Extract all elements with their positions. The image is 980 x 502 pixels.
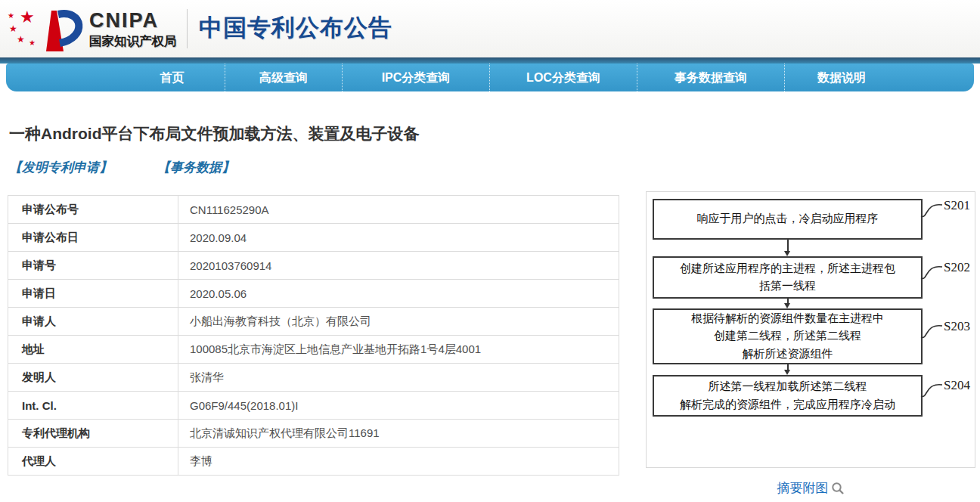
step-connector: [920, 262, 943, 281]
nav-item-advanced-search[interactable]: 高级查询: [225, 64, 343, 91]
logo-text: CNIPA 国家知识产权局: [89, 11, 188, 50]
link-invention-application[interactable]: 【发明专利申请】: [9, 159, 112, 176]
star-icon: ★: [20, 9, 35, 26]
field-label: 代理人: [8, 448, 178, 475]
field-value: 2020.05.06: [178, 280, 619, 307]
page: ★ ★ ★ ★ ★ CNIPA 国家知识产权局 中国专利公布公告 首页 高级查询…: [0, 0, 980, 502]
table-row: 申请号 2020103760914: [8, 252, 619, 280]
field-label: Int. Cl.: [8, 392, 178, 419]
table-row: 申请公布号 CN111625290A: [8, 196, 619, 224]
field-value: 2020.09.04: [178, 224, 619, 251]
field-label: 地址: [8, 336, 178, 363]
flow-arrow: [786, 299, 789, 308]
nav-item-home[interactable]: 首页: [119, 64, 225, 91]
star-icon: ★: [8, 12, 14, 20]
table-row: 申请公布日 2020.09.04: [8, 224, 619, 252]
abstract-figure: 响应于用户的点击，冷启动应用程序 创建所述应用程序的主进程，所述主进程包 括第一…: [646, 191, 975, 468]
logo-stars-icon: ★ ★ ★ ★ ★: [5, 3, 44, 53]
nav-item-ipc-search[interactable]: IPC分类查询: [343, 64, 490, 91]
flow-step-box: 响应于用户的点击，冷启动应用程序: [653, 199, 923, 240]
step-label: S203: [944, 319, 970, 334]
star-icon: ★: [17, 35, 25, 44]
field-value: 李博: [178, 448, 619, 475]
logo-p-icon: [41, 5, 88, 56]
nav-item-data-description[interactable]: 数据说明: [785, 64, 898, 91]
table-row: 申请人 小船出海教育科技（北京）有限公司: [8, 308, 619, 336]
table-row: 发明人 张清华: [8, 364, 619, 392]
field-label: 申请号: [8, 252, 178, 279]
field-label: 申请公布日: [8, 224, 178, 251]
patent-links: 【发明专利申请】 【事务数据】: [9, 159, 234, 176]
nav-top-strip: [0, 57, 980, 64]
step-connector: [920, 380, 943, 399]
magnifier-icon: [831, 482, 845, 495]
table-row: 专利代理机构 北京清诚知识产权代理有限公司11691: [8, 420, 619, 448]
field-value: 张清华: [178, 364, 619, 391]
abstract-figure-label: 摘要附图: [777, 479, 829, 497]
step-connector: [920, 321, 943, 340]
flow-arrow: [786, 240, 789, 256]
flow-arrow: [786, 364, 789, 375]
table-row: 申请日 2020.05.06: [8, 280, 619, 308]
logo-acronym: CNIPA: [89, 11, 188, 31]
field-value: CN111625290A: [178, 196, 619, 223]
flow-step-box: 创建所述应用程序的主进程，所述主进程包 括第一线程: [653, 256, 923, 299]
nav-item-transaction-search[interactable]: 事务数据查询: [637, 64, 785, 91]
cnipa-logo[interactable]: ★ ★ ★ ★ ★ CNIPA 国家知识产权局: [5, 3, 178, 54]
table-row: 地址 100085北京市海淀区上地信息产业基地开拓路1号4层4001: [8, 336, 619, 364]
field-label: 申请公布号: [8, 196, 178, 223]
patent-info-table: 申请公布号 CN111625290A 申请公布日 2020.09.04 申请号 …: [8, 195, 619, 476]
step-label: S201: [944, 198, 970, 213]
field-label: 专利代理机构: [8, 420, 178, 447]
flow-step-box: 根据待解析的资源组件数量在主进程中 创建第二线程，所述第二线程 解析所述资源组件: [653, 308, 923, 364]
field-value: 北京清诚知识产权代理有限公司11691: [178, 420, 619, 447]
link-transaction-data[interactable]: 【事务数据】: [157, 159, 234, 176]
field-value: 2020103760914: [178, 252, 619, 279]
field-label: 申请人: [8, 308, 178, 335]
site-title: 中国专利公布公告: [199, 12, 392, 44]
logo-org-name: 国家知识产权局: [89, 33, 188, 50]
flow-step-box: 所述第一线程加载所述第二线程 解析完成的资源组件，完成应用程序冷启动: [653, 375, 923, 417]
step-label: S202: [944, 260, 970, 275]
field-value: G06F9/445(2018.01)I: [178, 392, 619, 419]
abstract-figure-link[interactable]: 摘要附图: [646, 479, 975, 497]
table-row: 代理人 李博: [8, 448, 619, 476]
nav-bar: 首页 高级查询 IPC分类查询 LOC分类查询 事务数据查询 数据说明: [6, 64, 974, 91]
header: ★ ★ ★ ★ ★ CNIPA 国家知识产权局 中国专利公布公告: [0, 0, 980, 57]
table-row: Int. Cl. G06F9/445(2018.01)I: [8, 392, 619, 420]
nav-item-loc-search[interactable]: LOC分类查询: [490, 64, 637, 91]
field-value: 小船出海教育科技（北京）有限公司: [178, 308, 619, 335]
patent-title: 一种Android平台下布局文件预加载方法、装置及电子设备: [9, 123, 629, 144]
star-icon: ★: [29, 39, 36, 47]
header-divider: [187, 9, 188, 48]
field-value: 100085北京市海淀区上地信息产业基地开拓路1号4层4001: [178, 336, 619, 363]
field-label: 发明人: [8, 364, 178, 391]
star-icon: ★: [9, 24, 17, 33]
field-label: 申请日: [8, 280, 178, 307]
step-label: S204: [944, 378, 970, 393]
step-connector: [920, 200, 943, 219]
